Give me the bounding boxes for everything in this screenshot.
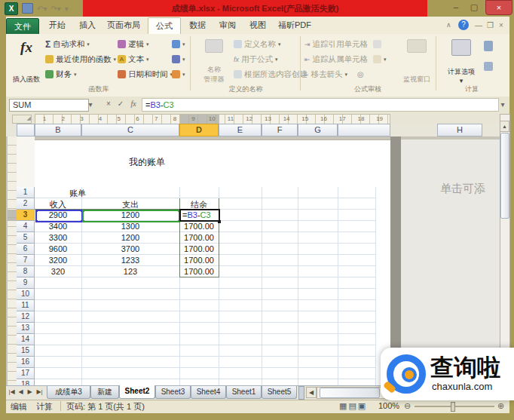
cell-C3[interactable]: 1200 [96, 210, 164, 219]
cell-D5[interactable]: 1700.00 [165, 233, 233, 242]
cell-D6[interactable]: 1700.00 [165, 244, 233, 253]
row-header-8[interactable]: 8 [17, 266, 35, 277]
prev-sheet-icon[interactable]: ◀ [17, 387, 25, 397]
column-header-H[interactable]: H [437, 124, 482, 136]
cells-grid[interactable]: =B3-C3 账单收入支出结余29001200340013001700.0033… [35, 187, 390, 385]
row-header-17[interactable]: 17 [17, 368, 35, 379]
use-in-formula-button[interactable]: fx 用于公式▾ [234, 53, 278, 66]
last-sheet-icon[interactable]: ▶| [35, 387, 44, 397]
error-checking-icon[interactable] [373, 55, 381, 63]
cell-C8[interactable]: 123 [96, 267, 164, 276]
insert-function-small-button[interactable]: fx [128, 100, 139, 108]
math-trig-button[interactable]: ▾ [172, 53, 185, 66]
zoom-out-icon[interactable]: ⊖ [404, 401, 411, 411]
more-functions-button[interactable]: ▾ [172, 68, 185, 81]
scroll-up-icon[interactable]: ▲ [500, 121, 509, 132]
sheet-tab-sheet1[interactable]: Sheet1 [226, 386, 262, 399]
next-sheet-icon[interactable]: ▶ [26, 387, 34, 397]
cell-C5[interactable]: 1200 [96, 233, 164, 242]
evaluate-formula-icon[interactable]: ◎ [357, 70, 364, 78]
calculation-options-button[interactable]: 计算选项▾ [442, 36, 481, 87]
insert-function-button[interactable]: fx 插入函数 [9, 36, 44, 87]
column-header-B[interactable]: B [35, 124, 81, 136]
trace-dependents-button[interactable]: ⇤ 追踪从属单元格 ▾ [304, 53, 387, 66]
cell-D7[interactable]: 1700.00 [165, 256, 233, 265]
recent-functions-button[interactable]: 最近使用的函数▾ [45, 53, 116, 66]
hscroll-left-icon[interactable]: ◀ [306, 387, 317, 398]
zoom-slider-thumb[interactable] [451, 402, 455, 412]
column-header-G[interactable]: G [298, 124, 338, 136]
close-button[interactable]: × [485, 0, 512, 15]
cell-B5[interactable]: 3300 [35, 233, 92, 242]
create-from-selection-button[interactable]: 根据所选内容创建 [234, 68, 307, 81]
row-header-11[interactable]: 11 [17, 300, 35, 311]
cell-B4[interactable]: 3400 [35, 222, 92, 231]
expand-formula-bar-icon[interactable]: ▾ [497, 100, 508, 109]
sheet-tab-chengjidan3[interactable]: 成绩单3 [47, 386, 90, 399]
row-header-7[interactable]: 7 [17, 255, 35, 266]
autosum-button[interactable]: Σ 自动求和▾ [45, 38, 90, 51]
workbook-minimize-icon[interactable]: — [475, 21, 482, 29]
enter-entry-button[interactable]: ✓ [116, 100, 125, 108]
lookup-reference-button[interactable]: ▾ [172, 38, 185, 51]
cell-C2[interactable]: 支出 [96, 199, 164, 210]
cell-B3[interactable]: 2900 [35, 210, 92, 219]
maximize-button[interactable]: ▢ [467, 2, 481, 12]
zoom-in-icon[interactable]: ⊕ [497, 401, 504, 411]
calculate-now-icon[interactable] [484, 41, 493, 51]
cell-C6[interactable]: 3700 [96, 244, 164, 253]
tab-data[interactable]: 数据 [184, 17, 211, 33]
cell-B1[interactable]: 账单 [44, 188, 112, 199]
vertical-scroll-thumb[interactable] [500, 133, 509, 219]
status-calculate[interactable]: 计算 [36, 401, 53, 412]
show-formulas-icon[interactable] [373, 40, 381, 48]
financial-button[interactable]: 财务▾ [45, 68, 77, 81]
cell-B6[interactable]: 9600 [35, 244, 92, 253]
row-header-3[interactable]: 3 [17, 210, 35, 221]
cell-D4[interactable]: 1700.00 [165, 222, 233, 231]
row-header-15[interactable]: 15 [17, 345, 35, 357]
cell-B2[interactable]: 收入 [35, 199, 92, 210]
row-header-18[interactable]: 18 [17, 379, 35, 385]
row-header-6[interactable]: 6 [17, 244, 35, 255]
logical-button[interactable]: 逻辑▾ [118, 38, 149, 51]
name-box-dropdown-icon[interactable]: ▾ [86, 100, 95, 109]
cell-C4[interactable]: 1300 [96, 222, 164, 231]
remove-arrows-button[interactable]: ⌁ 移去箭头▾ ◎ [304, 68, 364, 81]
collapse-ribbon-icon[interactable]: ∧ [446, 21, 451, 29]
sheet-tab-xinjian[interactable]: 新建 [90, 386, 119, 399]
sheet-tab-sheet4[interactable]: Sheet4 [191, 386, 226, 399]
excel-app-icon[interactable]: X [5, 2, 18, 15]
zoom-level[interactable]: 100% [378, 401, 399, 410]
tab-insert[interactable]: 插入 [74, 17, 101, 33]
trace-precedents-button[interactable]: ⇥ 追踪引用单元格 [304, 38, 381, 51]
calculate-sheet-icon[interactable] [484, 62, 493, 71]
workbook-restore-icon[interactable]: ❐ [487, 21, 494, 29]
select-all-corner[interactable] [17, 124, 35, 136]
date-time-button[interactable]: 日期和时间▾ [118, 68, 173, 81]
row-header-13[interactable]: 13 [17, 323, 35, 334]
sheet-tab-sheet2[interactable]: Sheet2 [119, 385, 155, 399]
view-mode-icons[interactable]: ▦▤▣ [339, 401, 367, 411]
tab-home[interactable]: 开始 [44, 17, 71, 33]
row-header-1[interactable]: 1 [17, 187, 35, 198]
row-header-2[interactable]: 2 [17, 198, 35, 210]
row-header-14[interactable]: 14 [17, 334, 35, 345]
horizontal-scroll-thumb[interactable] [320, 388, 380, 398]
minimize-button[interactable]: – [449, 2, 463, 11]
cell-D2[interactable]: 结余 [165, 199, 233, 210]
save-icon[interactable] [22, 3, 33, 14]
workbook-close-icon[interactable]: × [499, 21, 503, 29]
tab-page-layout[interactable]: 页面布局 [102, 17, 145, 33]
help-icon[interactable]: ? [458, 20, 469, 30]
row-header-9[interactable]: 9 [17, 277, 35, 289]
define-name-button[interactable]: 定义名称▾ [234, 38, 281, 51]
first-sheet-icon[interactable]: |◀ [8, 387, 16, 397]
watch-window-button[interactable]: 监视窗口 [398, 36, 436, 87]
tab-foxit-pdf[interactable]: 福昕PDF [274, 17, 315, 33]
cancel-entry-button[interactable]: × [104, 100, 113, 108]
cell-B7[interactable]: 3200 [35, 256, 92, 265]
row-header-4[interactable]: 4 [17, 221, 35, 232]
qat-customize-icon[interactable]: ▾ [65, 5, 69, 13]
column-header-D[interactable]: D [179, 124, 219, 136]
